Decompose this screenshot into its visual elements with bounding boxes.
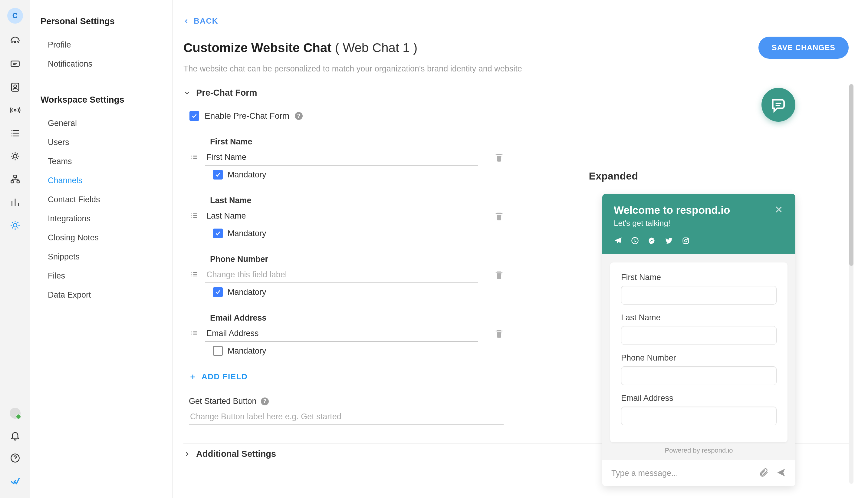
close-icon[interactable] [774, 204, 784, 216]
page-description: The website chat can be personalized to … [183, 64, 849, 74]
svg-rect-1 [11, 61, 19, 67]
whatsapp-icon[interactable] [631, 236, 639, 246]
field-label-input[interactable] [205, 267, 478, 283]
chat-title: Welcome to respond.io [614, 204, 730, 216]
mandatory-checkbox[interactable] [213, 170, 223, 180]
form-field-input[interactable] [621, 366, 777, 385]
add-field-button[interactable]: ADD FIELD [189, 372, 248, 381]
help-icon[interactable]: ? [295, 112, 303, 120]
chat-subtitle: Let's get talking! [614, 219, 784, 228]
sidebar-item-contact-fields[interactable]: Contact Fields [41, 190, 157, 209]
personal-settings-heading: Personal Settings [41, 16, 157, 26]
svg-point-5 [13, 154, 17, 158]
save-changes-button[interactable]: SAVE CHANGES [759, 37, 849, 59]
drag-handle-icon[interactable] [189, 270, 200, 280]
page-title: Customize Website Chat ( Web Chat 1 ) [183, 41, 417, 55]
svg-rect-2 [12, 83, 19, 91]
pre-chat-form-toggle[interactable]: Pre-Chat Form [183, 88, 849, 98]
sidebar-item-notifications[interactable]: Notifications [41, 54, 157, 74]
field-label-input[interactable] [205, 150, 478, 166]
drag-handle-icon[interactable] [189, 211, 200, 222]
field-label-input[interactable] [205, 209, 478, 224]
form-field-label: Last Name [621, 313, 777, 323]
sidebar-item-integrations[interactable]: Integrations [41, 209, 157, 228]
delete-field-button[interactable] [495, 329, 504, 339]
get-started-input[interactable] [189, 410, 504, 425]
workspace-settings-heading: Workspace Settings [41, 95, 157, 105]
field-label-input[interactable] [205, 326, 478, 342]
delete-field-button[interactable] [495, 212, 504, 222]
sidebar-item-files[interactable]: Files [41, 266, 157, 286]
sidebar-item-closing-notes[interactable]: Closing Notes [41, 228, 157, 247]
sidebar-item-profile[interactable]: Profile [41, 36, 157, 54]
user-avatar[interactable] [10, 408, 21, 419]
help-icon[interactable] [10, 453, 21, 463]
powered-by: Powered by respond.io [610, 442, 788, 457]
sidebar-item-snippets[interactable]: Snippets [41, 247, 157, 266]
form-field-label: First Name [621, 273, 777, 282]
chat-launcher-fab[interactable] [761, 88, 796, 122]
icon-rail: C [0, 0, 30, 498]
dashboard-icon[interactable] [10, 36, 21, 47]
field-name: First Name [210, 137, 504, 146]
sidebar-item-channels[interactable]: Channels [41, 171, 157, 190]
field-name: Phone Number [210, 254, 504, 264]
form-field-input[interactable] [621, 407, 777, 425]
delete-field-button[interactable] [495, 270, 504, 280]
svg-rect-6 [14, 175, 16, 178]
svg-point-4 [14, 109, 16, 111]
workspace-avatar[interactable]: C [7, 8, 23, 24]
twitter-icon[interactable] [665, 236, 673, 246]
enable-pre-chat-label: Enable Pre-Chat Form [204, 111, 289, 121]
broadcast-icon[interactable] [10, 105, 21, 116]
messages-icon[interactable] [10, 59, 21, 70]
get-started-label: Get Started Button [189, 396, 257, 406]
drag-handle-icon[interactable] [189, 153, 200, 163]
contacts-icon[interactable] [10, 82, 21, 93]
field-name: Email Address [210, 313, 504, 323]
sidebar-item-general[interactable]: General [41, 114, 157, 133]
help-icon[interactable]: ? [261, 397, 269, 405]
send-icon[interactable] [776, 468, 786, 479]
sidebar-item-data-export[interactable]: Data Export [41, 286, 157, 304]
mandatory-checkbox[interactable] [213, 346, 223, 356]
svg-point-9 [13, 223, 17, 227]
svg-point-13 [685, 239, 687, 242]
delete-field-button[interactable] [495, 153, 504, 163]
field-name: Last Name [210, 196, 504, 205]
instagram-icon[interactable] [682, 236, 690, 246]
svg-rect-8 [17, 181, 19, 183]
chevron-down-icon [183, 89, 191, 96]
mandatory-checkbox[interactable] [213, 228, 223, 238]
mandatory-label: Mandatory [228, 346, 266, 356]
surveys-icon[interactable] [10, 128, 21, 139]
svg-point-3 [14, 85, 16, 88]
form-field-label: Phone Number [621, 353, 777, 363]
chevron-right-icon [183, 450, 191, 458]
enable-pre-chat-checkbox[interactable] [189, 111, 199, 121]
mandatory-label: Mandatory [228, 229, 266, 238]
sidebar-item-teams[interactable]: Teams [41, 152, 157, 171]
notifications-icon[interactable] [10, 430, 21, 441]
scrollbar[interactable] [849, 84, 854, 484]
drag-handle-icon[interactable] [189, 329, 200, 339]
mandatory-checkbox[interactable] [213, 287, 223, 297]
mandatory-label: Mandatory [228, 170, 266, 180]
chat-preview-widget: Welcome to respond.io Let's get talking!… [602, 194, 796, 486]
settings-icon[interactable] [10, 220, 21, 231]
reports-icon[interactable] [10, 197, 21, 208]
automation-icon[interactable] [10, 151, 21, 162]
chat-message-input[interactable] [611, 469, 751, 478]
form-field-input[interactable] [621, 326, 777, 345]
back-link[interactable]: BACK [183, 16, 218, 26]
main-content: BACK Customize Website Chat ( Web Chat 1… [173, 0, 868, 498]
svg-point-11 [632, 238, 638, 244]
sidebar-item-users[interactable]: Users [41, 133, 157, 152]
mandatory-label: Mandatory [228, 288, 266, 297]
attachment-icon[interactable] [759, 468, 769, 479]
respond-logo-icon [10, 475, 21, 486]
telegram-icon[interactable] [614, 236, 622, 246]
form-field-input[interactable] [621, 286, 777, 304]
messenger-icon[interactable] [648, 236, 656, 246]
org-icon[interactable] [10, 174, 21, 185]
